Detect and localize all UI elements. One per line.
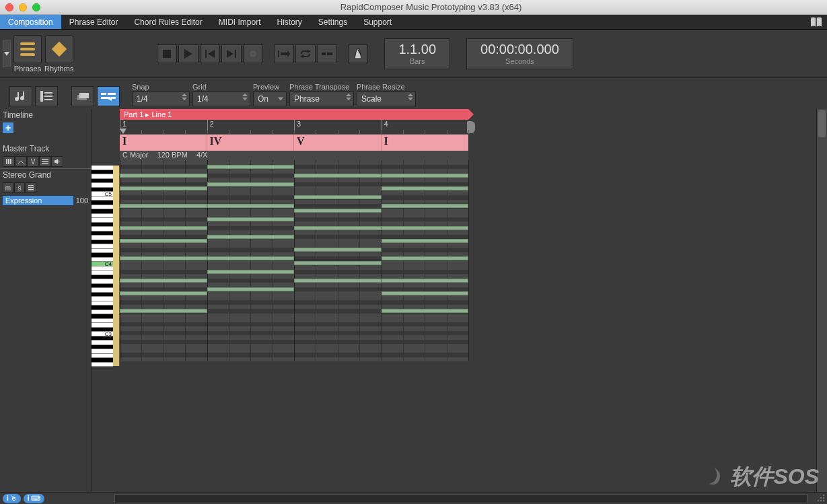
note[interactable] [120,174,207,178]
piano-keyboard[interactable]: C5C4C3 [92,109,113,492]
phrase-resize-select[interactable]: Scale [357,92,416,106]
menu-midi-import[interactable]: MIDI Import [211,15,269,29]
minimize-window-button[interactable] [19,3,27,11]
svg-rect-28 [28,185,34,186]
note[interactable] [382,186,469,190]
help-book-icon[interactable] [810,17,823,28]
view-layers-button[interactable] [71,86,94,106]
note[interactable] [120,279,207,283]
seconds-counter[interactable]: 00:00:00.000 Seconds [466,38,573,69]
track-menu-button[interactable] [26,182,36,193]
preview-select[interactable]: On [253,92,287,106]
note[interactable] [120,204,207,208]
note[interactable] [382,239,469,243]
menu-phrase-editor[interactable]: Phrase Editor [61,15,127,29]
part-header[interactable]: Part 1 ▸ Line 1 [120,109,468,120]
note[interactable] [120,239,207,243]
bars-counter[interactable]: 1.1.00 Bars [384,38,450,69]
phrase-resize-label: Phrase Resize [357,83,416,91]
note[interactable] [120,186,207,190]
master-btn-v[interactable]: V [27,156,39,167]
close-window-button[interactable] [5,3,13,11]
note[interactable] [120,309,207,313]
note[interactable] [207,235,295,239]
rhythms-button[interactable] [45,35,73,63]
note[interactable] [294,174,382,178]
loop-button[interactable] [295,44,316,63]
note[interactable] [120,256,207,260]
chord-3[interactable]: V [294,135,382,151]
note[interactable] [382,226,469,230]
note[interactable] [382,309,469,313]
note[interactable] [294,195,382,199]
info-pill-1[interactable]: i🖱 [3,494,21,503]
note[interactable] [207,204,295,208]
play-button[interactable] [178,44,199,63]
top-toolbar: Phrases Rhythms 1.1.00 Bars 00:00:00.000… [0,30,827,78]
note[interactable] [382,204,469,208]
expression-label[interactable]: Expression [3,196,73,205]
menu-settings[interactable]: Settings [310,15,355,29]
phrase-transpose-select[interactable]: Phrase [289,92,354,106]
note[interactable] [294,209,382,213]
piano-roll[interactable] [120,160,468,361]
view-list-button[interactable] [35,86,58,106]
menu-support[interactable]: Support [355,15,400,29]
menu-history[interactable]: History [268,15,310,29]
note[interactable] [207,182,295,186]
note[interactable] [207,217,295,221]
mute-button[interactable]: m [3,182,13,193]
track-block[interactable]: Stereo Grand m s Expression 100 [0,168,91,207]
master-btn-2[interactable] [15,156,27,167]
master-btn-1[interactable] [3,156,15,167]
menu-composition[interactable]: Composition [0,15,61,29]
horizontal-scrollbar[interactable] [114,494,807,503]
snap-select[interactable]: 1/4 [132,92,190,106]
chord-2[interactable]: IV [207,135,295,151]
maximize-window-button[interactable] [32,3,40,11]
timeline-ruler[interactable]: 1 2 3 4 [120,120,468,135]
view-piano-roll-button[interactable] [97,86,120,106]
range-button[interactable] [274,44,294,63]
add-timeline-button[interactable]: + [3,122,13,133]
note[interactable] [294,248,382,252]
note[interactable] [207,270,295,274]
chord-4[interactable]: I [382,135,469,151]
vertical-scrollbar[interactable] [816,109,827,492]
note[interactable] [294,226,382,230]
chord-1[interactable]: I [120,135,207,151]
record-button[interactable] [243,44,263,63]
note[interactable] [207,287,295,291]
toolbar-menu-dropdown[interactable] [3,40,11,67]
prev-button[interactable] [200,44,220,63]
next-button[interactable] [221,44,242,63]
note[interactable] [382,256,469,260]
resize-grip-icon[interactable] [816,493,826,503]
master-btn-audio[interactable] [51,156,63,167]
main-menubar: Composition Phrase Editor Chord Rules Ed… [0,15,827,30]
note[interactable] [120,291,207,295]
menu-chord-rules-editor[interactable]: Chord Rules Editor [126,15,210,29]
note[interactable] [294,279,382,283]
stop-button[interactable] [157,44,177,63]
metronome-button[interactable] [348,44,368,63]
playhead-marker[interactable] [120,129,127,135]
view-notes-button[interactable] [9,86,32,106]
note[interactable] [294,261,382,265]
phrases-button[interactable] [13,35,42,63]
grid-select[interactable]: 1/4 [192,92,250,106]
track-edit-strip[interactable] [113,166,120,366]
note[interactable] [207,256,295,260]
phrases-label: Phrases [14,65,41,73]
solo-button[interactable]: s [14,182,25,193]
vscroll-thumb[interactable] [818,110,826,137]
info-pill-2[interactable]: i⌨ [24,494,44,503]
piano-key[interactable] [92,363,113,367]
note[interactable] [207,165,295,169]
marker-button[interactable] [317,44,337,63]
note[interactable] [382,291,469,295]
note[interactable] [382,279,469,283]
master-btn-menu[interactable] [39,156,51,167]
note[interactable] [120,226,207,230]
note[interactable] [382,174,469,178]
